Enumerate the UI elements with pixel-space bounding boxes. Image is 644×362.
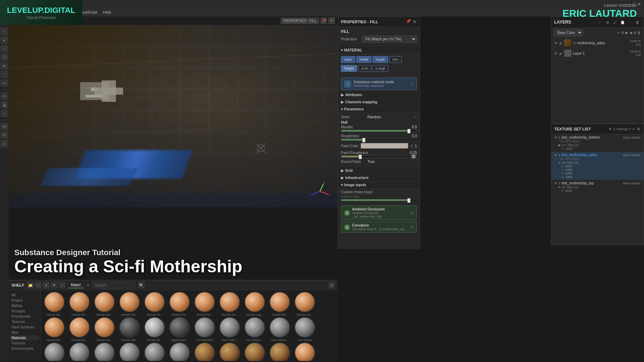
mat-item-20[interactable]: Iron Galvan...: [268, 317, 292, 342]
mat-item-26[interactable]: Iron Raw: [142, 342, 167, 361]
mat-item-0[interactable]: Human Bu...: [42, 292, 67, 316]
tool-paint[interactable]: 🖌: [1, 36, 8, 44]
channel-tool-5[interactable]: ⊞: [633, 31, 636, 35]
ts-item-1[interactable]: 👁 ℹ shd_mothership_sides Main shader No …: [551, 152, 644, 180]
layer-tool-2[interactable]: ⊞: [604, 19, 611, 25]
menu-help[interactable]: Help: [103, 10, 111, 14]
curvature-close[interactable]: ✕: [410, 225, 414, 230]
channel-tool-1[interactable]: ✏: [617, 31, 620, 35]
layer-tool-5[interactable]: →: [627, 19, 633, 25]
cat-procedurals[interactable]: Procedurals: [10, 314, 39, 319]
mat-item-30[interactable]: Leather Me...: [243, 342, 267, 361]
shelf-tool-folder[interactable]: 📁: [27, 282, 34, 288]
ts-uv-1[interactable]: ▾ UV Tiles (4): [554, 161, 641, 164]
paint-roughness-track[interactable]: ○: [341, 155, 417, 158]
mat-item-14[interactable]: Human Shi...: [117, 317, 142, 342]
tool-layer[interactable]: L: [1, 110, 8, 117]
mat-btn-rough[interactable]: rough: [372, 56, 388, 63]
mat-item-21[interactable]: Iron Grainy: [293, 317, 317, 342]
cat-all[interactable]: All: [10, 292, 39, 298]
channel-tool-3[interactable]: ▶: [625, 31, 628, 35]
channel-tool-4[interactable]: ◀: [629, 31, 632, 35]
roughness-track[interactable]: [341, 139, 417, 141]
paint-roughness-thumb[interactable]: [359, 155, 362, 159]
cat-alphas[interactable]: Alphas: [10, 303, 39, 308]
layer-vis-1[interactable]: 👁: [554, 51, 558, 55]
ts-edit-btn[interactable]: ℹ: [614, 127, 615, 131]
cat-skin[interactable]: Skin: [10, 330, 39, 335]
ts-vis2-0[interactable]: ℹ: [559, 136, 560, 139]
shelf-grid-view[interactable]: ⊞: [328, 282, 335, 288]
tool-color[interactable]: ◎: [1, 79, 8, 86]
shelf-tool-import[interactable]: ⬇: [43, 282, 49, 288]
image-inputs-header[interactable]: ▾ Image inputs: [338, 182, 420, 189]
tool-3d[interactable]: 3D: [1, 123, 8, 130]
mat-item-29[interactable]: Leather S...: [218, 342, 242, 361]
ts-close-btn[interactable]: ✕: [636, 126, 641, 132]
cat-project[interactable]: Project: [10, 298, 39, 303]
layer-tool-3[interactable]: 🖊: [612, 19, 618, 25]
shelf-tool-new[interactable]: □: [35, 282, 42, 288]
mat-item-18[interactable]: Iron Chain...: [218, 317, 242, 342]
mat-item-28[interactable]: Leather bag: [192, 342, 217, 361]
mat-btn-aangl[interactable]: a angl: [372, 65, 388, 72]
shelf-tab-close[interactable]: ✕: [87, 283, 89, 287]
ts-item-0[interactable]: 👁 ℹ shd_mothership_bottom Main shader No…: [551, 134, 644, 152]
roughness-thumb[interactable]: [362, 138, 365, 142]
ts-vis-1[interactable]: 👁: [554, 153, 557, 157]
paint-color-swatch[interactable]: [361, 143, 408, 149]
substance-mode-close[interactable]: ✕: [410, 81, 414, 86]
shelf-search-input[interactable]: [92, 282, 135, 288]
mat-item-22[interactable]: Iron Grinded: [42, 342, 67, 361]
mat-item-12[interactable]: Human No...: [67, 317, 92, 342]
mat-item-27[interactable]: Iron Raw D...: [167, 342, 192, 361]
mat-btn-color[interactable]: color: [341, 56, 355, 63]
metallic-thumb[interactable]: [408, 129, 410, 133]
base-color-select[interactable]: Base Color: [554, 29, 583, 36]
projection-select[interactable]: Fill (Match per UV Tile): [362, 36, 417, 43]
mat-item-17[interactable]: Iron Brushed: [192, 317, 217, 342]
mat-item-19[interactable]: Iron Diamo...: [243, 317, 267, 342]
ts-uv-0[interactable]: ▶ UV Tiles (1): [554, 143, 641, 147]
vp-close-btn[interactable]: ✕: [328, 18, 335, 24]
ao-close[interactable]: ✕: [410, 210, 414, 215]
channel-tool-6[interactable]: 🗑: [637, 31, 641, 35]
mat-btn-alvl[interactable]: a lvl: [358, 65, 371, 72]
cat-grunges[interactable]: Grunges: [10, 308, 39, 314]
mat-item-24[interactable]: Iron Powde...: [92, 342, 117, 361]
ts-vis2-1[interactable]: ℹ: [559, 153, 560, 157]
shelf-tab-materials[interactable]: Materi: [68, 282, 84, 288]
layer-paint-0[interactable]: 🖌: [559, 41, 563, 45]
shelf-tool-view[interactable]: ≡: [59, 282, 65, 288]
metallic-track[interactable]: [341, 130, 417, 132]
tool-2d[interactable]: 2D: [1, 132, 8, 139]
cat-hard-surfaces[interactable]: Hard Surfaces: [10, 324, 39, 330]
ts-vis2-2[interactable]: ℹ: [559, 182, 560, 185]
cat-materials[interactable]: Materials: [10, 335, 39, 341]
vp-pin-btn[interactable]: 📌: [321, 18, 327, 24]
shelf-tool-filter[interactable]: ⚑: [51, 282, 57, 288]
ts-vis-0[interactable]: 👁: [554, 136, 557, 139]
layer-norm-0[interactable]: Norm ▾: [630, 39, 641, 43]
mat-btn-nrm[interactable]: nrm: [389, 56, 402, 63]
layer-tool-1[interactable]: +: [597, 19, 603, 25]
properties-close[interactable]: ✕: [413, 19, 417, 25]
mat-btn-height[interactable]: height: [341, 65, 357, 72]
layer-paint-1[interactable]: 🖌: [559, 51, 563, 55]
cat-environments[interactable]: Environments: [10, 346, 39, 351]
mat-item-10[interactable]: Human Ne...: [293, 292, 317, 316]
shelf-search-btn[interactable]: 🔍: [138, 282, 145, 288]
tool-grid[interactable]: ⊟: [1, 140, 8, 147]
ts-item-2[interactable]: 👁 ℹ shd_mothership_top Main shader ▾ UV …: [551, 180, 644, 194]
layer-vis-0[interactable]: 👁: [554, 41, 558, 45]
custom-holes-track[interactable]: [341, 199, 417, 201]
channels-mapping-header[interactable]: ▶ Channels mapping: [338, 99, 420, 106]
layer-tool-4[interactable]: 📋: [619, 19, 626, 25]
layer-norm-1[interactable]: Norm ▾: [630, 50, 641, 53]
mat-item-15[interactable]: Human Wi...: [142, 317, 167, 342]
tool-anchor[interactable]: ⚓: [1, 101, 8, 108]
tool-fill[interactable]: ⬛: [1, 54, 8, 61]
cat-textures[interactable]: Textures: [10, 319, 39, 324]
mat-item-8[interactable]: Human Leg...: [243, 292, 267, 316]
tool-erase[interactable]: ◻: [1, 45, 8, 52]
